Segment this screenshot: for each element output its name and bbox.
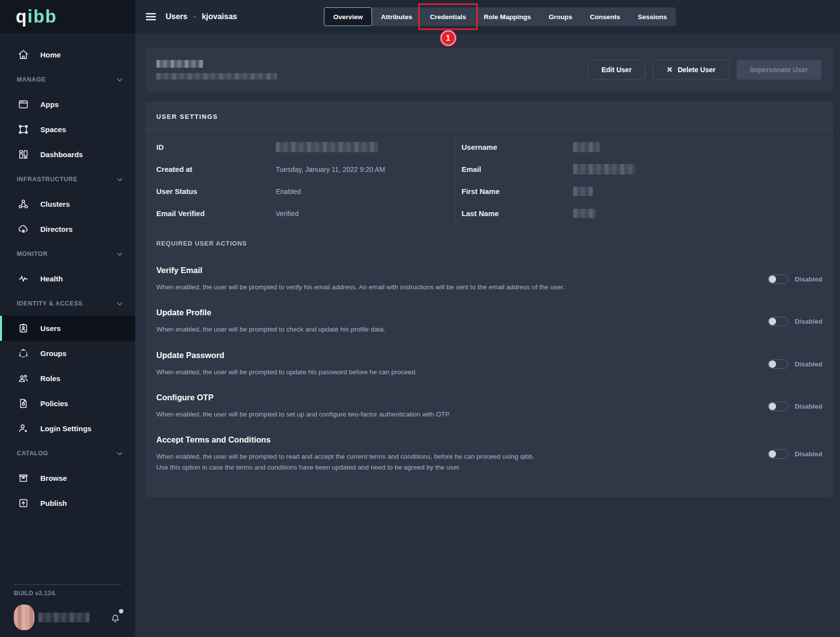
sidebar-item-login-settings[interactable]: Login Settings	[0, 416, 135, 441]
sidebar-item-health[interactable]: Health	[0, 266, 135, 291]
sidebar-item-roles[interactable]: Roles	[0, 366, 135, 391]
fields-right-column: Username Email First Name Last Name	[455, 136, 833, 224]
field-label: Email	[462, 165, 573, 173]
directors-icon	[17, 223, 29, 235]
sidebar-section-manage[interactable]: MANAGE	[0, 67, 135, 92]
tab-groups[interactable]: Groups	[540, 7, 581, 26]
logo-letters-ibb: ibb	[28, 6, 57, 27]
tab-overview[interactable]: Overview	[324, 7, 372, 26]
logo-letter-q: q	[16, 6, 28, 27]
action-text: Accept Terms and Conditions When enabled…	[156, 435, 534, 473]
user-settings-fields: ID Created at Tuesday, January 11, 2022 …	[145, 129, 833, 227]
redacted-user-details	[156, 73, 277, 80]
verify-email-toggle[interactable]	[768, 275, 788, 284]
sidebar-nav: Home MANAGE Apps Spaces Dashboards	[0, 33, 135, 584]
sidebar-section-catalog[interactable]: CATALOG	[0, 441, 135, 466]
update-profile-toggle[interactable]	[768, 317, 788, 326]
tab-credentials[interactable]: Credentials 1	[421, 7, 475, 26]
field-label: Created at	[156, 165, 276, 173]
toggle-state-label: Disabled	[795, 318, 822, 325]
breadcrumb-users[interactable]: Users	[166, 12, 187, 21]
section-label: MONITOR	[17, 250, 48, 257]
user-action-buttons: Edit User ✕Delete User Impersonate User	[588, 60, 821, 80]
sidebar-section-monitor[interactable]: MONITOR	[0, 242, 135, 266]
configure-otp-toggle[interactable]	[768, 402, 788, 411]
sidebar-item-label: Clusters	[40, 200, 70, 208]
sidebar-item-users[interactable]: Users	[0, 316, 135, 341]
user-settings-card: USER SETTINGS ID Created at Tuesday, Jan…	[145, 102, 833, 497]
field-value: Enabled	[276, 188, 301, 195]
field-label: Email Verified	[156, 209, 276, 218]
login-settings-icon	[17, 423, 29, 434]
tab-role-mappings[interactable]: Role Mappings	[475, 7, 540, 26]
sidebar-item-browse[interactable]: Browse	[0, 466, 135, 491]
sidebar-item-label: Apps	[40, 100, 59, 109]
redacted-profile-name	[38, 612, 89, 622]
sidebar-item-dashboards[interactable]: Dashboards	[0, 142, 135, 167]
sidebar-item-policies[interactable]: Policies	[0, 391, 135, 416]
field-label: Username	[462, 143, 573, 151]
hamburger-menu-icon[interactable]	[145, 12, 156, 21]
toggle-knob	[769, 403, 776, 410]
redacted-user-display-name	[156, 60, 203, 68]
impersonate-user-label: Impersonate User	[750, 66, 808, 74]
tab-attributes[interactable]: Attributes	[372, 7, 421, 26]
sidebar-item-directors[interactable]: Directors	[0, 217, 135, 242]
delete-user-button[interactable]: ✕Delete User	[653, 60, 729, 80]
required-user-actions: REQUIRED USER ACTIONS Verify Email When …	[145, 240, 833, 476]
action-text: Update Profile When enabled, the user wi…	[156, 308, 385, 335]
field-user-status: User Status Enabled	[145, 180, 455, 202]
sidebar-item-label: Login Settings	[40, 424, 91, 433]
toggle-knob	[769, 360, 776, 368]
accept-terms-toggle[interactable]	[768, 449, 788, 459]
sidebar-item-publish[interactable]: Publish	[0, 491, 135, 516]
avatar[interactable]	[14, 605, 34, 630]
update-password-toggle[interactable]	[768, 360, 788, 369]
field-id: ID	[145, 136, 455, 158]
action-description: When enabled, the user will be prompted …	[156, 451, 534, 462]
toggle-block: Disabled	[768, 275, 822, 284]
tab-consents[interactable]: Consents	[581, 7, 629, 26]
action-description: When enabled, the user will be prompted …	[156, 324, 385, 335]
redacted-first-name-value	[573, 187, 593, 196]
toggle-knob	[769, 276, 776, 283]
annotation-step-badge: 1	[440, 30, 456, 46]
toggle-block: Disabled	[768, 402, 822, 411]
action-description: When enabled, the user will be prompted …	[156, 367, 417, 378]
notifications-button[interactable]	[109, 611, 121, 624]
sidebar-item-label: Browse	[40, 474, 67, 482]
sidebar-item-home[interactable]: Home	[0, 42, 135, 67]
section-label: INFRASTRUCTURE	[17, 176, 78, 183]
action-verify-email: Verify Email When enabled, the user will…	[156, 253, 822, 296]
toggle-knob	[769, 450, 776, 458]
field-value: Tuesday, January 11, 2022 9:20 AM	[276, 166, 385, 173]
action-update-password: Update Password When enabled, the user w…	[156, 338, 822, 381]
toggle-knob	[769, 318, 776, 325]
edit-user-button[interactable]: Edit User	[588, 60, 645, 80]
action-description: When enabled, the user will be prompted …	[156, 282, 565, 293]
field-first-name: First Name	[455, 180, 833, 202]
sidebar-item-groups[interactable]: Groups	[0, 341, 135, 366]
home-icon	[17, 49, 29, 60]
user-detail-tabs: Overview Attributes Credentials 1 Role M…	[324, 7, 676, 26]
tab-sessions[interactable]: Sessions	[629, 7, 676, 26]
content: Edit User ✕Delete User Impersonate User …	[135, 33, 840, 497]
logo-area: qibb	[0, 0, 135, 33]
sidebar-section-infrastructure[interactable]: INFRASTRUCTURE	[0, 167, 135, 192]
toggle-block: Disabled	[768, 360, 822, 369]
field-created-at: Created at Tuesday, January 11, 2022 9:2…	[145, 158, 455, 180]
action-title: Verify Email	[156, 266, 565, 275]
sidebar-bottom: BUILD v2.124.	[0, 584, 135, 637]
sidebar-item-spaces[interactable]: Spaces	[0, 117, 135, 142]
qibb-logo[interactable]: qibb	[16, 8, 57, 26]
action-description-line2: Use this option in case the terms and co…	[156, 462, 534, 473]
sidebar-item-clusters[interactable]: Clusters	[0, 192, 135, 217]
sidebar-item-apps[interactable]: Apps	[0, 92, 135, 117]
tab-credentials-label: Credentials	[430, 13, 466, 21]
impersonate-user-button[interactable]: Impersonate User	[737, 60, 821, 80]
sidebar-section-identity-access[interactable]: IDENTITY & ACCESS	[0, 291, 135, 316]
redacted-email-value	[573, 164, 635, 174]
field-last-name: Last Name	[455, 202, 833, 224]
field-value: Verified	[276, 210, 299, 218]
user-settings-title: USER SETTINGS	[156, 113, 218, 120]
